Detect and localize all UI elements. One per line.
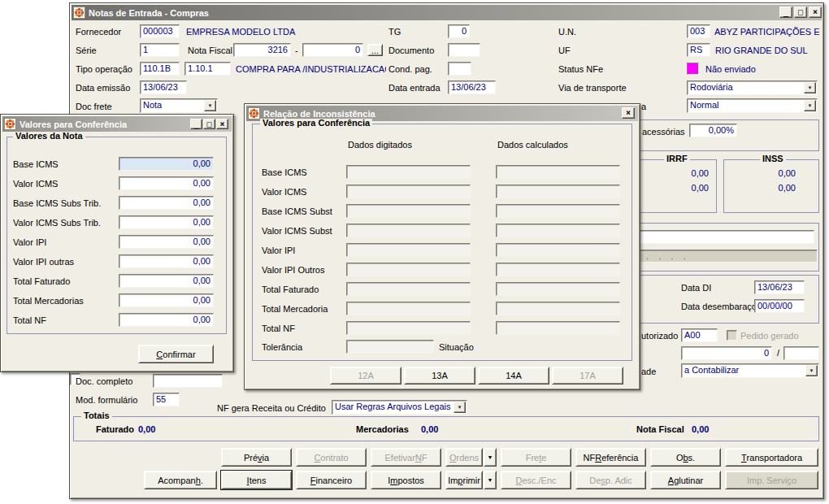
acompanh-button[interactable]: Acompanh. [144, 471, 217, 489]
imp-servico-button: Imp. Serviço [725, 471, 818, 489]
idialog-digitado-field [346, 321, 471, 335]
autorizado-field[interactable]: A00 [681, 328, 718, 342]
vdialog-row-label: Total Mercadorias [13, 296, 84, 306]
doc-numero-field[interactable]: 0 [681, 346, 772, 360]
nota-fiscal-number-field[interactable]: 3216 [233, 43, 291, 57]
idialog-calculado-field [496, 302, 620, 315]
tg-field[interactable]: 0 [448, 24, 470, 38]
nota-fiscal-dash: - [295, 46, 298, 56]
close-icon[interactable]: × [216, 119, 228, 129]
serie-field[interactable]: 1 [140, 43, 180, 57]
tolerancia-field [346, 340, 434, 354]
main-window-titlebar[interactable]: Notas de Entrada - Compras [72, 5, 822, 20]
inss-value-1: 0,00 [753, 168, 796, 179]
tipo-operacao-field[interactable]: 110.1B [140, 62, 180, 76]
idialog-row-label: Base ICMS [262, 167, 307, 178]
maximize-icon[interactable]: □ [794, 7, 807, 18]
pedido-gerado-label: Pedido gerado [740, 331, 799, 341]
button-14a[interactable]: 14A [478, 367, 549, 385]
data-emissao-field[interactable]: 13/06/23 [140, 80, 187, 94]
uf-label: UF [558, 46, 571, 56]
chevron-down-icon[interactable]: ▼ [804, 100, 816, 111]
data-desembaraco-field[interactable]: 00/00/00 [754, 299, 805, 313]
totais-legend: Totais [81, 411, 112, 420]
imprimir-dropdown-arrow-icon[interactable]: ▼ [484, 471, 497, 489]
nota-fiscal-total-value: 0,00 [692, 424, 709, 435]
situacao-label: Situação [439, 342, 474, 353]
minimize-icon[interactable]: _ [779, 7, 792, 18]
chevron-down-icon[interactable]: ▼ [804, 82, 816, 93]
close-icon[interactable]: × [622, 107, 635, 119]
itens-button[interactable]: Itens [221, 471, 292, 489]
status-nfe-value: Não enviado [705, 64, 756, 75]
vdialog-row-field[interactable]: 0,00 [119, 215, 214, 229]
data-entrada-field[interactable]: 13/06/23 [448, 80, 496, 94]
fornecedor-field[interactable]: 000003 [140, 24, 180, 38]
doc-completo-field[interactable] [153, 374, 223, 388]
nf-gera-combo[interactable]: Usar Regras Arquivos Legais ▼ [332, 400, 467, 415]
mod-formulario-field[interactable]: 55 [153, 393, 180, 406]
inconsistencia-dialog-title: Relação de Inconsistência [263, 109, 375, 119]
idialog-digitado-field [346, 204, 471, 218]
idialog-digitado-field [346, 302, 471, 315]
transportadora-button[interactable]: Transportadora [725, 448, 818, 467]
idialog-digitado-field [346, 282, 471, 296]
imprimir-button[interactable]: Imprimir [445, 471, 483, 489]
vdialog-row-field[interactable]: 0,00 [119, 235, 214, 249]
data-di-field[interactable]: 13/06/23 [754, 280, 805, 294]
vdialog-row-field[interactable]: 0,00 [119, 254, 214, 268]
idialog-digitado-field [346, 263, 471, 276]
fornecedor-label: Fornecedor [76, 27, 121, 37]
financeiro-button[interactable]: Financeiro [296, 471, 367, 489]
tipo-operacao-label: Tipo operação [76, 64, 132, 75]
confirmar-button[interactable]: Confirmar [138, 345, 214, 363]
vdialog-row-field[interactable]: 0,00 [119, 313, 214, 327]
aglutinar-button[interactable]: Aglutinar [650, 471, 721, 489]
ordens-dropdown-arrow-icon[interactable]: ▼ [484, 448, 497, 467]
nota-fiscal-browse-button[interactable]: ... [367, 44, 383, 56]
nf-referencia-button[interactable]: NF Referência [575, 448, 646, 467]
doc-frete-label: Doc frete [76, 102, 112, 112]
button-17a: 17A [552, 367, 623, 385]
vdialog-row-label: Total Faturado [13, 276, 70, 287]
vdialog-row-field[interactable]: 0,00 [119, 293, 214, 307]
idialog-calculado-field [496, 321, 620, 335]
contabilidade-combo[interactable]: a Contabilizar ▼ [681, 363, 819, 378]
cond-pag-field[interactable] [448, 62, 471, 76]
button-13a[interactable]: 13A [404, 367, 475, 385]
doc-frete-combo[interactable]: Nota ▼ [140, 98, 218, 113]
inss-legend: INSS [760, 154, 786, 163]
tipo-operacao-field2[interactable]: 1.10.1 [184, 62, 231, 76]
cond-pag-label: Cond. pag. [388, 64, 432, 75]
obs-button[interactable]: Obs. [650, 448, 721, 467]
previa-button[interactable]: Prévia [221, 448, 292, 467]
nota-fiscal-suffix-field[interactable]: 0 [302, 43, 363, 57]
uf-field[interactable]: RS [687, 43, 710, 57]
vdialog-row-label: Valor ICMS [13, 179, 58, 189]
vdialog-row-field[interactable]: 0,00 [119, 176, 214, 190]
via-transporte-label: Via de transporte [558, 83, 627, 93]
chevron-down-icon[interactable]: ▼ [454, 402, 466, 413]
minimize-icon[interactable]: _ [190, 119, 202, 129]
close-icon[interactable]: × [809, 7, 822, 18]
idialog-calculado-field [496, 204, 620, 218]
vdialog-row-field[interactable]: 0,00 [119, 157, 214, 171]
doc-numero-field2[interactable] [783, 346, 819, 360]
chevron-down-icon[interactable]: ▼ [204, 100, 216, 111]
fornecedor-name: EMPRESA MODELO LTDA [186, 27, 295, 37]
impostos-button[interactable]: Impostos [371, 471, 441, 489]
maximize-icon[interactable]: □ [203, 119, 215, 129]
acessorias-field[interactable]: 0,00% [689, 124, 737, 137]
app-icon [74, 7, 85, 18]
button-12a: 12A [330, 367, 401, 385]
chevron-down-icon[interactable]: ▼ [805, 365, 818, 376]
un-field[interactable]: 003 [687, 24, 710, 38]
vdialog-row-field[interactable]: 0,00 [119, 196, 214, 210]
idialog-row-label: Total Mercadoria [262, 304, 328, 315]
documento-field[interactable] [448, 43, 480, 57]
idialog-calculado-field [496, 263, 620, 276]
vdialog-row-field[interactable]: 0,00 [119, 274, 214, 288]
tipo-combo[interactable]: Normal ▼ [687, 98, 818, 113]
via-transporte-combo[interactable]: Rodoviária ▼ [687, 80, 818, 95]
un-label: U.N. [558, 27, 576, 37]
